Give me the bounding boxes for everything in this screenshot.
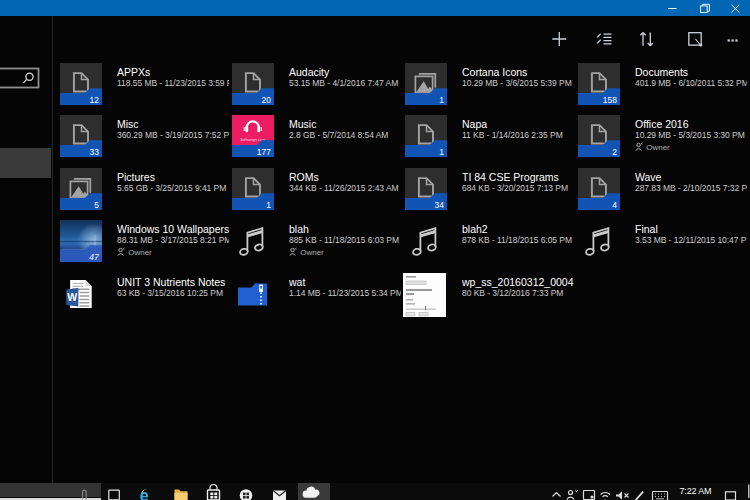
svg-text:e: e [140, 487, 149, 500]
svg-text:4: 4 [612, 200, 617, 210]
svg-text:1: 1 [266, 200, 271, 210]
svg-text:12: 12 [90, 95, 100, 105]
svg-text:47: 47 [89, 252, 100, 262]
svg-text:20: 20 [262, 95, 272, 105]
svg-text:1: 1 [439, 95, 444, 105]
svg-text:34: 34 [435, 200, 445, 210]
svg-text:7:22 AM: 7:22 AM [680, 486, 712, 496]
svg-text:33: 33 [90, 147, 100, 157]
svg-text:W: W [67, 291, 77, 303]
svg-text:2: 2 [612, 147, 617, 157]
svg-text:177: 177 [257, 147, 271, 157]
svg-text:158: 158 [603, 95, 617, 105]
svg-text:1: 1 [439, 147, 444, 157]
svg-text:5: 5 [94, 200, 99, 210]
